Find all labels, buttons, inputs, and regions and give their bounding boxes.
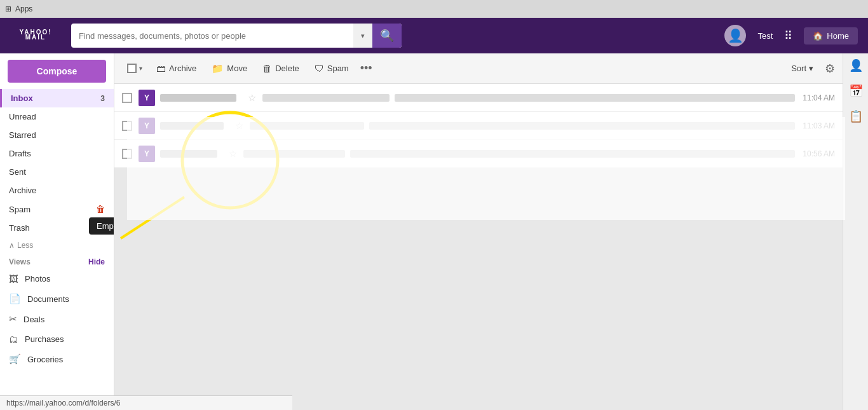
table-row[interactable]: Y ☆ 11:03 AM <box>114 112 843 140</box>
email-sender-name <box>160 150 217 158</box>
sidebar-item-archive[interactable]: Archive <box>0 181 114 200</box>
sidebar-item-inbox[interactable]: Inbox 3 <box>0 89 114 107</box>
select-all-container: ▾ <box>122 64 147 73</box>
apps-grid-header-icon[interactable]: ⠿ <box>784 29 792 43</box>
email-star-icon[interactable]: ☆ <box>235 120 243 132</box>
delete-button[interactable]: 🗑 Delete <box>256 59 306 78</box>
deals-icon: ✂ <box>9 313 17 325</box>
spam-icon: 🛡 <box>315 63 324 74</box>
email-list: Y ☆ 11:04 AM Y ☆ 11:03 AM <box>114 84 843 410</box>
compose-button[interactable]: Compose <box>8 60 106 83</box>
sidebar-item-trash[interactable]: Trash <box>0 219 114 237</box>
email-snippet <box>350 150 795 158</box>
chevron-up-icon: ∧ <box>9 241 15 250</box>
settings-icon[interactable]: ⚙ <box>825 62 835 76</box>
sidebar-sent-label: Sent <box>9 167 26 177</box>
email-snippet <box>395 94 795 102</box>
sort-button[interactable]: Sort ▾ <box>785 60 820 77</box>
search-icon: 🔍 <box>380 29 394 43</box>
sidebar-archive-label: Archive <box>9 186 36 195</box>
toolbar-right: Sort ▾ ⚙ <box>785 60 835 77</box>
email-sender-logo: Y <box>139 146 155 162</box>
sidebar-item-deals[interactable]: ✂ Deals <box>0 309 114 329</box>
email-content <box>243 150 795 158</box>
purchases-label: Purchases <box>25 334 64 344</box>
home-button[interactable]: 🏠 Home <box>804 27 858 44</box>
email-sender-logo: Y <box>139 118 155 134</box>
notepad-icon[interactable]: 📋 <box>849 109 863 123</box>
photos-icon: 🖼 <box>9 273 18 284</box>
deals-label: Deals <box>24 315 44 324</box>
less-section[interactable]: ∧ Less <box>0 237 114 252</box>
email-star-icon[interactable]: ☆ <box>229 148 237 160</box>
move-icon: 📁 <box>212 63 224 74</box>
search-button[interactable]: 🔍 <box>372 24 402 48</box>
email-checkbox[interactable] <box>122 149 132 159</box>
sidebar-item-photos[interactable]: 🖼 Photos <box>0 269 114 289</box>
table-row[interactable]: Y ☆ 10:56 AM <box>114 140 843 168</box>
views-header: Views Hide <box>0 252 114 269</box>
more-button[interactable]: ••• <box>358 62 375 75</box>
email-checkbox[interactable] <box>122 93 132 103</box>
sidebar-item-spam[interactable]: Spam 🗑 Empty Spam folder <box>0 200 114 219</box>
calendar-icon[interactable]: 📅 <box>849 84 863 98</box>
inbox-badge: 3 <box>100 94 105 103</box>
select-dropdown-icon[interactable]: ▾ <box>139 65 142 72</box>
sidebar-item-groceries[interactable]: 🛒 Groceries <box>0 349 114 369</box>
archive-button[interactable]: 🗃 Archive <box>150 59 203 78</box>
table-row[interactable]: Y ☆ 11:04 AM <box>114 84 843 112</box>
email-sender-logo: Y <box>139 90 155 106</box>
search-bar: ▾ 🔍 <box>71 24 402 48</box>
sort-chevron-icon: ▾ <box>809 64 813 73</box>
sidebar-drafts-label: Drafts <box>9 149 31 158</box>
sidebar-unread-label: Unread <box>9 112 36 121</box>
email-snippet <box>369 122 795 130</box>
photos-label: Photos <box>25 274 50 284</box>
email-subject <box>262 94 390 102</box>
apps-label: Apps <box>15 4 32 13</box>
documents-icon: 📄 <box>9 293 21 304</box>
sidebar-spam-label: Spam <box>9 205 31 214</box>
spam-button[interactable]: 🛡 Spam <box>308 59 355 78</box>
sidebar-item-purchases[interactable]: 🗂 Purchases <box>0 329 114 349</box>
email-star-icon[interactable]: ☆ <box>248 92 256 104</box>
email-subject <box>250 122 364 130</box>
apps-grid-icon[interactable]: ⊞ <box>5 4 11 13</box>
email-checkbox[interactable] <box>122 121 132 131</box>
search-dropdown-button[interactable]: ▾ <box>353 24 372 48</box>
documents-label: Documents <box>27 294 69 304</box>
avatar[interactable]: 👤 <box>724 25 746 46</box>
email-time: 11:04 AM <box>803 93 835 102</box>
sidebar: Compose Inbox 3 Unread Starred Drafts Se… <box>0 53 114 410</box>
email-content <box>262 94 795 102</box>
delete-icon: 🗑 <box>262 63 272 74</box>
email-sender-name <box>160 122 224 130</box>
header: YAHOO! MAIL ▾ 🔍 👤 Test ⠿ 🏠 Home <box>0 18 868 53</box>
sidebar-item-documents[interactable]: 📄 Documents <box>0 289 114 309</box>
toolbar: ▾ 🗃 Archive 📁 Move 🗑 Delete 🛡 Spam ••• <box>114 53 843 84</box>
header-right: 👤 Test ⠿ 🏠 Home <box>724 25 858 46</box>
email-sender-name <box>160 94 236 102</box>
url-text: https://mail.yahoo.com/d/folders/6 <box>6 399 120 407</box>
empty-spam-trash-icon[interactable]: 🗑 <box>96 204 105 214</box>
sidebar-scroll: Inbox 3 Unread Starred Drafts Sent Archi… <box>0 89 114 410</box>
views-label: Views <box>9 257 31 266</box>
sidebar-trash-label: Trash <box>9 223 30 233</box>
main-layout: Compose Inbox 3 Unread Starred Drafts Se… <box>0 53 868 410</box>
contacts-icon[interactable]: 👤 <box>849 58 863 72</box>
sidebar-item-starred[interactable]: Starred <box>0 126 114 144</box>
select-all-checkbox[interactable] <box>127 64 137 73</box>
move-button[interactable]: 📁 Move <box>205 59 254 78</box>
yahoo-logo: YAHOO! MAIL <box>10 31 61 41</box>
sidebar-item-drafts[interactable]: Drafts <box>0 144 114 163</box>
purchases-icon: 🗂 <box>9 334 18 345</box>
sidebar-item-sent[interactable]: Sent <box>0 163 114 181</box>
avatar-icon: 👤 <box>728 28 743 43</box>
home-icon: 🏠 <box>813 31 823 41</box>
search-input[interactable] <box>71 31 353 41</box>
bottom-status-bar: https://mail.yahoo.com/d/folders/6 <box>0 395 292 410</box>
email-list-area: ▾ 🗃 Archive 📁 Move 🗑 Delete 🛡 Spam ••• <box>114 53 843 410</box>
sidebar-item-unread[interactable]: Unread <box>0 107 114 126</box>
hide-views-button[interactable]: Hide <box>88 257 105 266</box>
archive-icon: 🗃 <box>156 63 166 74</box>
